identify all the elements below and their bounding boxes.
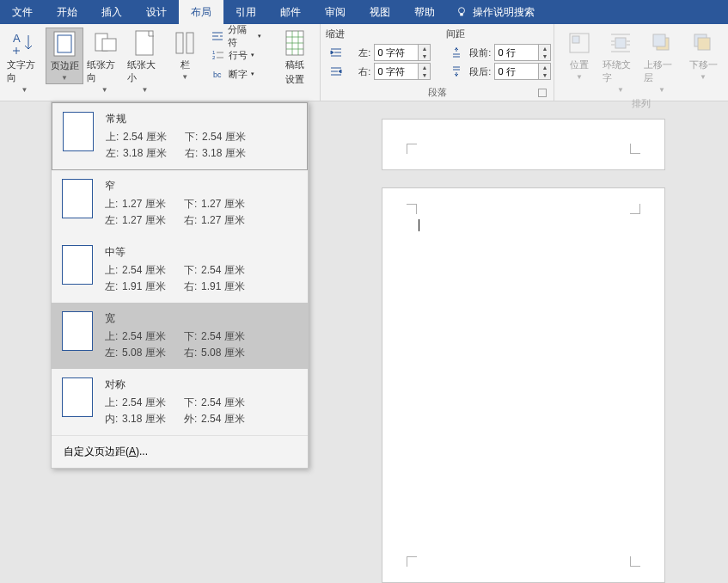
orientation-label: 纸张方向 — [87, 58, 122, 84]
spacing-after-input[interactable] — [494, 63, 539, 80]
tab-layout[interactable]: 布局 — [179, 0, 223, 24]
indent-left-spinner[interactable]: ▲▼ — [374, 44, 431, 61]
margins-option-wide[interactable]: 宽 上:2.54 厘米 下:2.54 厘米 左:5.08 厘米 右:5.08 厘… — [52, 303, 308, 369]
tab-references[interactable]: 引用 — [223, 0, 268, 24]
tab-file[interactable]: 文件 — [0, 0, 45, 24]
dropdown-caret-icon: ▼ — [576, 73, 583, 81]
svg-rect-1 — [460, 14, 463, 16]
svg-rect-16 — [615, 38, 626, 48]
spacing-after-spinner[interactable]: ▲▼ — [494, 63, 551, 80]
send-backward-button: 下移一 ▼ — [683, 28, 723, 83]
spacing-before-input[interactable] — [494, 44, 539, 61]
dropdown-caret-icon: ▾ — [251, 52, 254, 58]
spin-up-icon[interactable]: ▲ — [539, 64, 550, 71]
grid-paper-icon — [281, 29, 309, 57]
indent-right-input[interactable] — [374, 63, 419, 80]
tab-home[interactable]: 开始 — [45, 0, 89, 24]
spacing-after-label: 段后: — [467, 65, 491, 78]
svg-rect-6 — [102, 39, 116, 51]
dropdown-caret-icon: ▼ — [658, 86, 665, 94]
page-current[interactable] — [382, 187, 665, 583]
columns-icon — [171, 29, 199, 57]
send-backward-icon — [689, 29, 717, 57]
margin-corner-icon — [630, 204, 640, 214]
send-backward-label: 下移一 — [689, 58, 718, 71]
spin-up-icon[interactable]: ▲ — [419, 64, 430, 71]
indent-left-label: 左: — [346, 46, 370, 59]
margins-thumb-icon — [63, 112, 94, 151]
margins-option-narrow[interactable]: 窄 上:1.27 厘米 下:1.27 厘米 左:1.27 厘米 右:1.27 厘… — [52, 170, 308, 236]
dropdown-caret-icon: ▼ — [617, 86, 624, 94]
custom-margins-button[interactable]: 自定义页边距(A)... — [52, 435, 308, 468]
spin-down-icon[interactable]: ▼ — [539, 52, 550, 60]
tell-me-label: 操作说明搜索 — [473, 5, 535, 20]
ribbon-tabs: 文件 开始 插入 设计 布局 引用 邮件 审阅 视图 帮助 操作说明搜索 — [0, 0, 728, 24]
orientation-button[interactable]: 纸张方向 ▼ — [85, 28, 124, 95]
paper-settings-label2: 设置 — [285, 73, 304, 86]
margins-option-title: 常规 — [106, 112, 297, 126]
page-previous[interactable] — [382, 119, 665, 170]
spacing-before-spinner[interactable]: ▲▼ — [494, 44, 551, 61]
breaks-icon — [211, 29, 224, 43]
indent-left-icon — [329, 46, 343, 59]
dropdown-caret-icon: ▼ — [61, 74, 68, 82]
spin-up-icon[interactable]: ▲ — [539, 45, 550, 52]
spin-up-icon[interactable]: ▲ — [419, 45, 430, 52]
size-label: 纸张大小 — [127, 58, 162, 84]
spin-down-icon[interactable]: ▼ — [419, 71, 430, 79]
margin-corner-icon — [630, 556, 640, 567]
wrap-text-button: 环绕文字 ▼ — [601, 28, 640, 95]
document-area[interactable] — [318, 101, 728, 583]
bring-forward-icon — [648, 29, 676, 57]
paper-settings-button[interactable]: 稿纸 设置 — [275, 28, 315, 88]
wrap-text-icon — [607, 29, 634, 57]
svg-text:A: A — [13, 32, 21, 45]
svg-rect-18 — [653, 34, 665, 46]
bring-forward-label: 上移一层 — [644, 58, 680, 84]
tab-mailings[interactable]: 邮件 — [268, 0, 313, 24]
group-label-paper — [275, 97, 315, 99]
spin-down-icon[interactable]: ▼ — [419, 52, 430, 60]
breaks-label: 分隔符 — [228, 23, 255, 49]
indent-right-icon — [329, 64, 343, 78]
dropdown-caret-icon: ▾ — [251, 71, 254, 77]
spacing-after-icon — [450, 64, 463, 78]
columns-button[interactable]: 栏 ▼ — [166, 28, 205, 83]
tab-review[interactable]: 审阅 — [313, 0, 358, 24]
wrap-text-label: 环绕文字 — [603, 58, 639, 84]
spacing-heading: 间距 — [446, 28, 554, 40]
text-cursor — [419, 219, 419, 231]
text-direction-button[interactable]: A 文字方向 ▼ — [5, 28, 44, 95]
margin-corner-icon — [630, 144, 640, 154]
margins-option-mirrored[interactable]: 对称 上:2.54 厘米 下:2.54 厘米 内:3.18 厘米 外:2.54 … — [52, 369, 308, 435]
ribbon: A 文字方向 ▼ 页边距 ▼ 纸张方向 ▼ — [0, 24, 728, 101]
margins-option-title: 对称 — [105, 377, 297, 392]
indent-left-input[interactable] — [374, 44, 419, 61]
margin-corner-icon — [407, 556, 417, 567]
margins-option-moderate[interactable]: 中等 上:2.54 厘米 下:2.54 厘米 左:1.91 厘米 右:1.91 … — [52, 236, 308, 303]
line-numbers-button[interactable]: 12 行号 ▾ — [208, 46, 266, 64]
tab-design[interactable]: 设计 — [134, 0, 179, 24]
dropdown-caret-icon: ▼ — [142, 86, 149, 94]
dropdown-caret-icon: ▼ — [700, 73, 707, 81]
svg-rect-8 — [176, 33, 183, 53]
margins-gallery: 常规 上:2.54 厘米 下:2.54 厘米 左:3.18 厘米 右:3.18 … — [51, 101, 309, 469]
spin-down-icon[interactable]: ▼ — [539, 71, 550, 79]
hyphenation-label: 断字 — [229, 68, 248, 81]
bring-forward-button: 上移一层 ▼ — [642, 28, 682, 95]
tell-me-search[interactable]: 操作说明搜索 — [447, 0, 543, 24]
tab-view[interactable]: 视图 — [358, 0, 402, 24]
margins-thumb-icon — [62, 377, 93, 417]
dialog-launcher-icon[interactable] — [538, 89, 547, 97]
breaks-button[interactable]: 分隔符 ▾ — [208, 28, 266, 45]
svg-rect-9 — [187, 33, 193, 53]
hyphenation-button[interactable]: bc 断字 ▾ — [208, 65, 266, 83]
orientation-icon — [91, 29, 119, 57]
indent-right-spinner[interactable]: ▲▼ — [374, 63, 431, 80]
margins-button[interactable]: 页边距 ▼ — [46, 28, 84, 84]
margins-option-normal[interactable]: 常规 上:2.54 厘米 下:2.54 厘米 左:3.18 厘米 右:3.18 … — [52, 102, 308, 170]
size-button[interactable]: 纸张大小 ▼ — [125, 28, 164, 95]
tab-insert[interactable]: 插入 — [89, 0, 134, 24]
margin-corner-icon — [407, 144, 417, 154]
tab-help[interactable]: 帮助 — [402, 0, 447, 24]
